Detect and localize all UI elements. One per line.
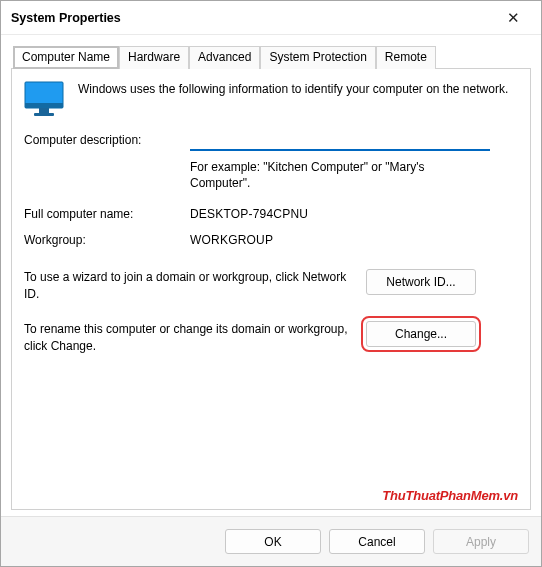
ok-button[interactable]: OK bbox=[225, 529, 321, 554]
computer-description-label: Computer description: bbox=[24, 131, 184, 147]
network-id-button[interactable]: Network ID... bbox=[366, 269, 476, 295]
change-row: To rename this computer or change its do… bbox=[24, 321, 518, 355]
tab-remote[interactable]: Remote bbox=[376, 46, 436, 69]
tab-advanced[interactable]: Advanced bbox=[189, 46, 260, 69]
button-label: Change... bbox=[395, 327, 447, 341]
network-id-row: To use a wizard to join a domain or work… bbox=[24, 269, 518, 303]
svg-rect-3 bbox=[34, 113, 54, 116]
form-grid: Computer description: For example: "Kitc… bbox=[24, 131, 518, 247]
svg-rect-2 bbox=[39, 108, 49, 113]
tab-strip: Computer Name Hardware Advanced System P… bbox=[13, 45, 531, 68]
button-label: OK bbox=[264, 535, 281, 549]
button-label: Apply bbox=[466, 535, 496, 549]
button-label: Network ID... bbox=[386, 275, 455, 289]
monitor-icon bbox=[24, 81, 64, 117]
workgroup-value: WORKGROUP bbox=[190, 227, 518, 247]
change-button[interactable]: Change... bbox=[366, 321, 476, 347]
apply-button[interactable]: Apply bbox=[433, 529, 529, 554]
tab-system-protection[interactable]: System Protection bbox=[260, 46, 375, 69]
system-properties-window: System Properties ✕ Computer Name Hardwa… bbox=[0, 0, 542, 567]
intro-row: Windows uses the following information t… bbox=[24, 81, 518, 117]
full-computer-name-value: DESKTOP-794CPNU bbox=[190, 197, 518, 221]
network-id-description: To use a wizard to join a domain or work… bbox=[24, 269, 354, 303]
dialog-body: Computer Name Hardware Advanced System P… bbox=[1, 35, 541, 516]
computer-description-field-wrap bbox=[190, 131, 518, 153]
computer-description-example: For example: "Kitchen Computer" or "Mary… bbox=[190, 159, 518, 191]
close-icon: ✕ bbox=[507, 9, 520, 27]
change-description: To rename this computer or change its do… bbox=[24, 321, 354, 355]
computer-description-input[interactable] bbox=[190, 131, 490, 151]
tab-label: Remote bbox=[385, 50, 427, 64]
cancel-button[interactable]: Cancel bbox=[329, 529, 425, 554]
tab-hardware[interactable]: Hardware bbox=[119, 46, 189, 69]
tab-label: Hardware bbox=[128, 50, 180, 64]
dialog-footer: OK Cancel Apply bbox=[1, 516, 541, 566]
tab-label: System Protection bbox=[269, 50, 366, 64]
close-button[interactable]: ✕ bbox=[491, 3, 535, 33]
button-label: Cancel bbox=[358, 535, 395, 549]
tab-label: Advanced bbox=[198, 50, 251, 64]
watermark-text: ThuThuatPhanMem.vn bbox=[382, 488, 518, 503]
tab-computer-name[interactable]: Computer Name bbox=[13, 46, 119, 69]
workgroup-label: Workgroup: bbox=[24, 227, 184, 247]
svg-rect-1 bbox=[25, 103, 63, 108]
window-title: System Properties bbox=[11, 11, 491, 25]
tab-panel-computer-name: Windows uses the following information t… bbox=[11, 68, 531, 510]
intro-text: Windows uses the following information t… bbox=[78, 81, 508, 98]
tab-label: Computer Name bbox=[22, 50, 110, 64]
titlebar: System Properties ✕ bbox=[1, 1, 541, 35]
full-computer-name-label: Full computer name: bbox=[24, 197, 184, 221]
